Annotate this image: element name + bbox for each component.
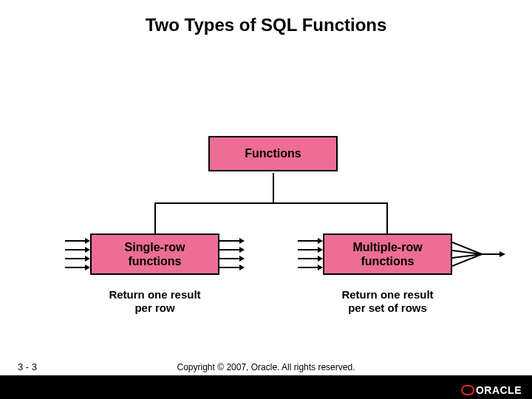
arrows-in-right [298,241,323,267]
connector-line [386,202,388,233]
oracle-o-icon [461,385,474,395]
oracle-logo: ORACLE [461,384,522,396]
arrows-in-left [65,241,90,267]
copyright-text: Copyright © 2007, Oracle. All rights res… [0,362,532,372]
multiple-row-box: Multiple-row functions [323,233,452,275]
connector-line [154,202,156,233]
single-row-caption: Return one result per row [90,288,219,315]
multiple-row-caption: Return one result per set of rows [323,288,452,315]
caption-text: per row [90,301,219,315]
single-row-label-1: Single-row [125,240,185,254]
arrows-out-left [219,241,245,267]
connector-line [154,202,388,204]
single-row-box: Single-row functions [90,233,219,275]
functions-box: Functions [208,136,338,171]
oracle-logo-text: ORACLE [476,384,522,396]
caption-text: per set of rows [323,301,452,315]
functions-label: Functions [245,147,301,160]
slide-title: Two Types of SQL Functions [0,15,532,35]
connector-line [273,173,274,202]
footer-bar: ORACLE [0,375,532,399]
arrows-out-right [452,241,505,267]
caption-text: Return one result [90,288,219,301]
slide: Two Types of SQL Functions Functions Sin… [0,0,532,399]
caption-text: Return one result [323,288,452,301]
svg-marker-5 [499,251,505,257]
multiple-row-label-2: functions [361,254,415,268]
converge-arrow-icon [452,241,505,267]
multiple-row-label-1: Multiple-row [352,240,422,254]
single-row-label-2: functions [129,254,182,268]
